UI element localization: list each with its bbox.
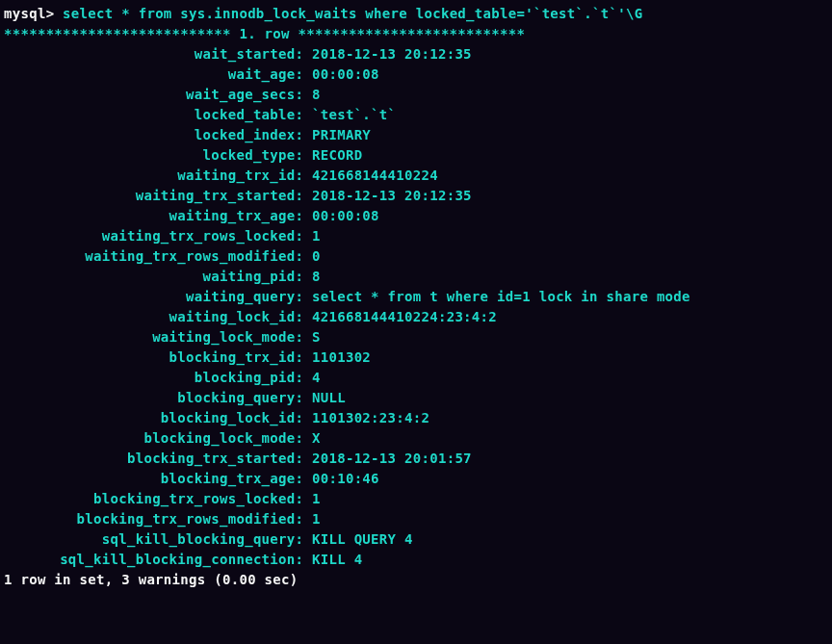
field-label: blocking_lock_mode: xyxy=(4,428,312,449)
field-value: PRIMARY xyxy=(312,125,371,145)
field-label: waiting_query: xyxy=(4,287,312,307)
field-label: blocking_trx_rows_modified: xyxy=(4,509,312,529)
field-label: blocking_trx_age: xyxy=(4,469,312,489)
field-row: wait_started: 2018-12-13 20:12:35 xyxy=(4,44,828,64)
field-value: KILL QUERY 4 xyxy=(312,529,413,550)
field-label: locked_type: xyxy=(4,145,312,166)
field-label: sql_kill_blocking_connection: xyxy=(4,550,312,570)
field-label: blocking_trx_id: xyxy=(4,348,312,368)
sql-command: select * from sys.innodb_lock_waits wher… xyxy=(63,6,642,21)
field-label: blocking_pid: xyxy=(4,368,312,388)
field-value: 2018-12-13 20:12:35 xyxy=(312,186,472,206)
field-label: waiting_trx_rows_modified: xyxy=(4,246,312,267)
field-label: waiting_trx_rows_locked: xyxy=(4,226,312,246)
field-value: 00:10:46 xyxy=(312,469,379,489)
field-label: waiting_trx_age: xyxy=(4,206,312,226)
field-row: locked_index: PRIMARY xyxy=(4,125,828,145)
field-label: blocking_query: xyxy=(4,388,312,408)
field-value: 2018-12-13 20:12:35 xyxy=(312,44,472,64)
field-value: 1 xyxy=(312,489,321,509)
field-label: wait_age_secs: xyxy=(4,85,312,105)
field-row: blocking_trx_rows_modified: 1 xyxy=(4,509,828,529)
field-value: 8 xyxy=(312,85,321,105)
result-fields: wait_started: 2018-12-13 20:12:35 wait_a… xyxy=(4,44,828,570)
field-value: 421668144410224:23:4:2 xyxy=(312,307,497,327)
field-row: blocking_query: NULL xyxy=(4,388,828,408)
field-label: waiting_lock_mode: xyxy=(4,327,312,348)
field-value: 00:00:08 xyxy=(312,64,379,85)
field-value: 1101302 xyxy=(312,348,371,368)
field-value: `test`.`t` xyxy=(312,105,396,125)
field-value: 4 xyxy=(312,368,321,388)
field-row: waiting_pid: 8 xyxy=(4,267,828,287)
field-label: locked_index: xyxy=(4,125,312,145)
field-value: 421668144410224 xyxy=(312,166,438,186)
field-row: blocking_trx_started: 2018-12-13 20:01:5… xyxy=(4,449,828,469)
field-row: blocking_trx_age: 00:10:46 xyxy=(4,469,828,489)
field-label: blocking_trx_started: xyxy=(4,449,312,469)
field-row: waiting_trx_rows_locked: 1 xyxy=(4,226,828,246)
field-label: waiting_trx_started: xyxy=(4,186,312,206)
result-footer: 1 row in set, 3 warnings (0.00 sec) xyxy=(4,570,828,590)
prompt-prefix: mysql> xyxy=(4,6,63,21)
field-value: select * from t where id=1 lock in share… xyxy=(312,287,690,307)
field-value: KILL 4 xyxy=(312,550,362,570)
field-row: wait_age_secs: 8 xyxy=(4,85,828,105)
field-row: waiting_trx_rows_modified: 0 xyxy=(4,246,828,267)
field-row: wait_age: 00:00:08 xyxy=(4,64,828,85)
field-row: sql_kill_blocking_connection: KILL 4 xyxy=(4,550,828,570)
field-row: blocking_lock_mode: X xyxy=(4,428,828,449)
row-header: *************************** 1. row *****… xyxy=(4,24,828,44)
field-row: blocking_pid: 4 xyxy=(4,368,828,388)
field-value: S xyxy=(312,327,321,348)
field-value: 1 xyxy=(312,509,321,529)
field-row: blocking_lock_id: 1101302:23:4:2 xyxy=(4,408,828,428)
field-row: waiting_trx_started: 2018-12-13 20:12:35 xyxy=(4,186,828,206)
field-label: wait_started: xyxy=(4,44,312,64)
field-row: locked_type: RECORD xyxy=(4,145,828,166)
field-label: waiting_lock_id: xyxy=(4,307,312,327)
field-row: waiting_trx_id: 421668144410224 xyxy=(4,166,828,186)
field-label: blocking_trx_rows_locked: xyxy=(4,489,312,509)
field-label: wait_age: xyxy=(4,64,312,85)
field-label: locked_table: xyxy=(4,105,312,125)
field-label: blocking_lock_id: xyxy=(4,408,312,428)
field-row: waiting_lock_id: 421668144410224:23:4:2 xyxy=(4,307,828,327)
field-label: waiting_pid: xyxy=(4,267,312,287)
command-line: mysql> select * from sys.innodb_lock_wai… xyxy=(4,4,828,24)
field-label: sql_kill_blocking_query: xyxy=(4,529,312,550)
field-value: 1 xyxy=(312,226,321,246)
field-row: waiting_trx_age: 00:00:08 xyxy=(4,206,828,226)
field-row: waiting_lock_mode: S xyxy=(4,327,828,348)
field-label: waiting_trx_id: xyxy=(4,166,312,186)
field-value: 8 xyxy=(312,267,321,287)
field-value: X xyxy=(312,428,321,449)
field-row: blocking_trx_rows_locked: 1 xyxy=(4,489,828,509)
field-row: sql_kill_blocking_query: KILL QUERY 4 xyxy=(4,529,828,550)
field-value: NULL xyxy=(312,388,346,408)
field-value: 1101302:23:4:2 xyxy=(312,408,429,428)
field-row: waiting_query: select * from t where id=… xyxy=(4,287,828,307)
field-row: blocking_trx_id: 1101302 xyxy=(4,348,828,368)
field-value: RECORD xyxy=(312,145,362,166)
field-value: 0 xyxy=(312,246,321,267)
field-value: 2018-12-13 20:01:57 xyxy=(312,449,472,469)
field-row: locked_table: `test`.`t` xyxy=(4,105,828,125)
field-value: 00:00:08 xyxy=(312,206,379,226)
